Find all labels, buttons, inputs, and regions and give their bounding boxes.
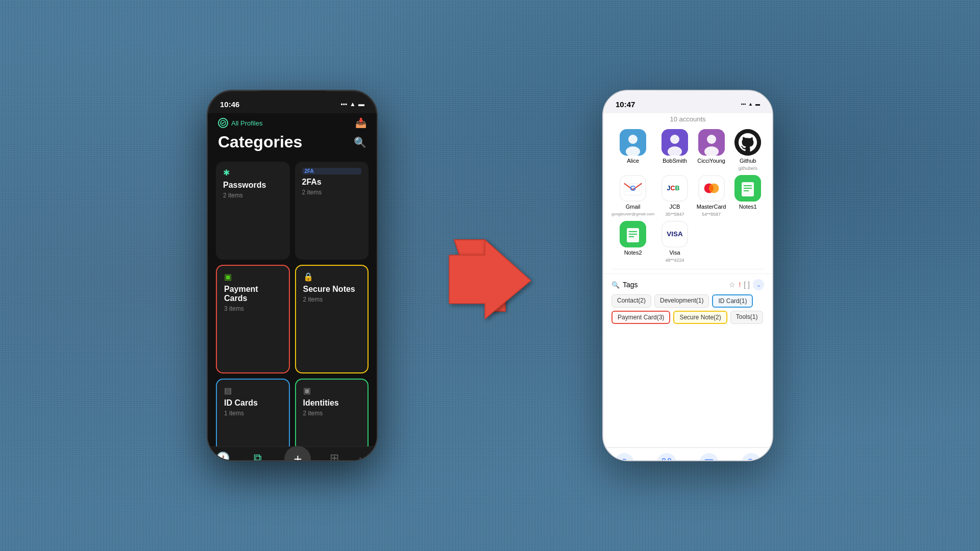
visa-icon: VISA <box>662 221 688 247</box>
github-sub: githubers <box>739 166 757 171</box>
status-icons-left: ▪▪▪ ▲ ▬ <box>340 101 364 108</box>
profile-row: All Profiles 📥 <box>218 117 366 129</box>
bobsmith-icon <box>662 129 688 156</box>
svg-text:G: G <box>630 184 636 192</box>
category-2fa[interactable]: 2FA 2FAs 2 items <box>295 162 369 260</box>
passwords-count: 2 items <box>223 192 283 199</box>
tag-secure-note[interactable]: Secure Note(2) <box>673 311 727 324</box>
svg-point-32 <box>622 459 626 461</box>
payment-cards-icon: ▣ <box>224 272 282 282</box>
account-gmail[interactable]: G Gmail googleuser@gmail.com <box>611 175 654 217</box>
visa-sub: 48**4224 <box>665 258 684 263</box>
category-payment-cards[interactable]: ▣ Payment Cards 3 items <box>216 265 290 374</box>
tags-expand-button[interactable]: ⌄ <box>753 279 764 290</box>
battery-icon-right: ▬ <box>755 102 760 107</box>
svg-text:VISA: VISA <box>667 230 683 238</box>
tag-payment-card[interactable]: Payment Card(3) <box>611 311 670 324</box>
category-passwords[interactable]: ✱ Passwords 2 items <box>216 162 290 260</box>
jcb-icon: JCB <box>662 175 688 202</box>
category-secure-notes[interactable]: 🔒 Secure Notes 2 items <box>295 265 369 374</box>
light-tab-profile[interactable] <box>615 453 634 461</box>
tag-filter-icons: ☆ ! [ ] ⌄ <box>729 279 764 290</box>
profile-badge[interactable]: All Profiles <box>218 118 262 128</box>
notch-right <box>655 91 721 105</box>
jcb-name: JCB <box>670 204 680 210</box>
add-icon: + <box>293 451 302 461</box>
svg-rect-35 <box>668 459 671 461</box>
notes1-name: Notes1 <box>739 204 757 210</box>
account-bobsmith[interactable]: BobSmith <box>658 129 691 171</box>
id-cards-name: ID Cards <box>224 398 282 408</box>
notes1-icon <box>734 175 761 202</box>
time-left: 10:46 <box>220 100 239 109</box>
bobsmith-name: BobSmith <box>663 158 687 164</box>
tags-search-icon: 🔍 <box>611 281 620 289</box>
alert-filter-icon[interactable]: ! <box>739 281 741 289</box>
svg-rect-34 <box>663 459 665 461</box>
direction-arrow-2 <box>439 224 541 327</box>
tag-development[interactable]: Development(1) <box>654 294 709 308</box>
tag-tools[interactable]: Tools(1) <box>730 311 764 324</box>
secure-notes-icon: 🔒 <box>303 272 361 282</box>
wifi-icon-right: ▲ <box>748 102 753 107</box>
account-notes2[interactable]: Notes2 <box>611 221 654 263</box>
signal-icon: ▪▪▪ <box>340 101 347 108</box>
inbox-icon[interactable]: 📥 <box>355 117 366 129</box>
svg-point-11 <box>734 129 761 156</box>
tab-devices[interactable]: ⊞ Devices <box>325 452 344 461</box>
light-tab-scan[interactable] <box>657 453 676 461</box>
svg-rect-21 <box>742 182 754 196</box>
mastercard-name: MasterCard <box>697 204 726 210</box>
account-cicciyoung[interactable]: CicciYoung <box>695 129 728 171</box>
chevron-down-icon: ⌄ <box>756 282 761 288</box>
svg-rect-39 <box>705 460 713 461</box>
tab-more[interactable]: ⋯ More <box>358 452 370 461</box>
tag-id-card[interactable]: ID Card(1) <box>712 294 753 308</box>
right-phone: 10:47 ▪▪▪ ▲ ▬ 10 accounts Alice <box>602 90 773 461</box>
svg-text:JCB: JCB <box>667 185 680 192</box>
light-tab-add-user[interactable] <box>742 453 761 461</box>
tab-categories[interactable]: ⧉ Categories <box>246 452 270 461</box>
profile-label: All Profiles <box>231 119 262 127</box>
separator-right <box>611 269 764 269</box>
gmail-icon: G <box>620 175 646 202</box>
wifi-icon: ▲ <box>350 101 356 108</box>
star-filter-icon[interactable]: ☆ <box>729 281 736 289</box>
github-name: Github <box>740 158 756 164</box>
battery-icon: ▬ <box>358 101 364 108</box>
secure-notes-name: Secure Notes <box>303 285 361 294</box>
tab-recent[interactable]: 🕐 Recent <box>215 452 231 461</box>
account-alice[interactable]: Alice <box>611 129 654 171</box>
account-visa[interactable]: VISA Visa 48**4224 <box>658 221 691 263</box>
cicciyoung-name: CicciYoung <box>697 158 725 164</box>
arrow-container <box>439 224 541 327</box>
tags-section: 🔍 Tags ☆ ! [ ] ⌄ Contact(2) Development(… <box>603 273 772 327</box>
tag-contact[interactable]: Contact(2) <box>611 294 651 308</box>
account-jcb[interactable]: JCB JCB 35**5847 <box>658 175 691 217</box>
gmail-name: Gmail <box>626 204 641 210</box>
visa-name: Visa <box>669 249 680 256</box>
alice-icon <box>620 129 646 156</box>
status-icons-right: ▪▪▪ ▲ ▬ <box>741 102 761 107</box>
tags-search-row: 🔍 Tags ☆ ! [ ] ⌄ <box>611 279 764 290</box>
light-tab-transfer[interactable] <box>699 453 719 461</box>
page-title-left: Categories <box>218 133 302 152</box>
notes2-name: Notes2 <box>624 249 642 256</box>
profile-check-icon <box>218 118 228 128</box>
secure-notes-count: 2 items <box>303 296 361 303</box>
light-screen: 10 accounts Alice <box>603 113 772 461</box>
dark-header: All Profiles 📥 Categories 🔍 <box>208 113 377 158</box>
account-github[interactable]: Github githubers <box>731 129 764 171</box>
id-cards-count: 1 items <box>224 410 282 417</box>
bracket-filter-icon[interactable]: [ ] <box>744 281 750 289</box>
notch-left <box>259 91 326 105</box>
search-button-left[interactable]: 🔍 <box>354 136 366 148</box>
svg-point-9 <box>707 135 716 144</box>
id-cards-icon: ▤ <box>224 386 282 395</box>
account-notes1[interactable]: Notes1 <box>731 175 764 217</box>
gmail-sub: googleuser@gmail.com <box>611 212 654 216</box>
add-button[interactable]: + <box>284 446 311 461</box>
cicciyoung-icon <box>698 129 725 156</box>
account-mastercard[interactable]: MasterCard 54**8587 <box>695 175 728 217</box>
svg-point-40 <box>748 459 752 461</box>
